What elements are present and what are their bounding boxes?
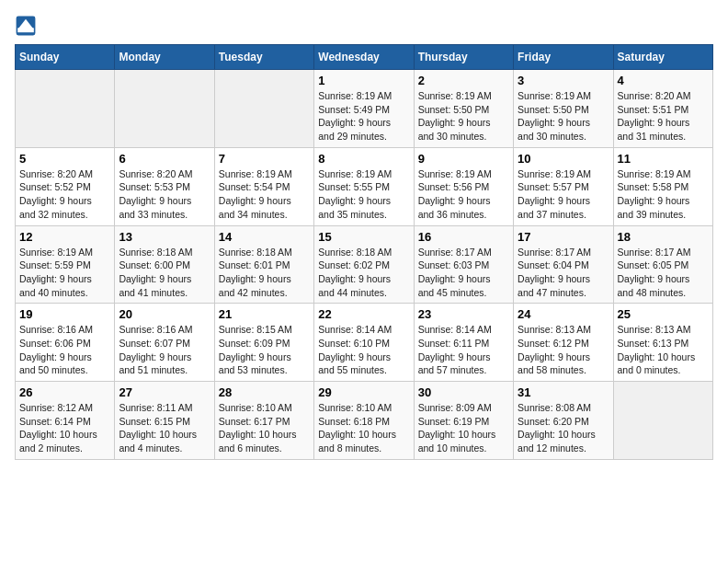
day-info: Sunrise: 8:13 AM Sunset: 6:13 PM Dayligh…	[618, 323, 709, 377]
calendar-cell: 28Sunrise: 8:10 AM Sunset: 6:17 PM Dayli…	[214, 382, 313, 460]
calendar-cell: 29Sunrise: 8:10 AM Sunset: 6:18 PM Dayli…	[314, 382, 414, 460]
header-monday: Monday	[115, 45, 214, 70]
day-number: 13	[119, 230, 210, 244]
calendar-cell: 10Sunrise: 8:19 AM Sunset: 5:57 PM Dayli…	[514, 147, 613, 225]
day-info: Sunrise: 8:09 AM Sunset: 6:19 PM Dayligh…	[418, 401, 509, 455]
day-number: 22	[318, 307, 409, 321]
day-info: Sunrise: 8:19 AM Sunset: 5:55 PM Dayligh…	[318, 167, 409, 222]
day-info: Sunrise: 8:19 AM Sunset: 5:50 PM Dayligh…	[518, 89, 609, 144]
day-number: 1	[318, 74, 409, 87]
calendar-table: SundayMondayTuesdayWednesdayThursdayFrid…	[15, 44, 713, 460]
day-info: Sunrise: 8:20 AM Sunset: 5:53 PM Dayligh…	[119, 167, 210, 222]
calendar-cell: 19Sunrise: 8:16 AM Sunset: 6:06 PM Dayli…	[16, 304, 115, 382]
calendar-cell: 4Sunrise: 8:20 AM Sunset: 5:51 PM Daylig…	[613, 70, 712, 148]
day-info: Sunrise: 8:11 AM Sunset: 6:15 PM Dayligh…	[119, 401, 210, 455]
day-info: Sunrise: 8:19 AM Sunset: 5:56 PM Dayligh…	[418, 167, 509, 222]
day-info: Sunrise: 8:19 AM Sunset: 5:57 PM Dayligh…	[518, 167, 609, 222]
day-number: 29	[318, 385, 409, 399]
day-info: Sunrise: 8:08 AM Sunset: 6:20 PM Dayligh…	[518, 401, 609, 455]
logo	[15, 15, 40, 37]
day-number: 9	[418, 152, 509, 166]
header-saturday: Saturday	[613, 45, 712, 70]
calendar-cell: 24Sunrise: 8:13 AM Sunset: 6:12 PM Dayli…	[514, 304, 613, 382]
day-info: Sunrise: 8:19 AM Sunset: 5:58 PM Dayligh…	[618, 167, 709, 222]
day-number: 10	[518, 152, 609, 166]
day-number: 30	[418, 385, 509, 399]
day-number: 20	[119, 307, 210, 321]
calendar-body: 1Sunrise: 8:19 AM Sunset: 5:49 PM Daylig…	[16, 70, 713, 460]
calendar-cell: 12Sunrise: 8:19 AM Sunset: 5:59 PM Dayli…	[16, 225, 115, 304]
logo-icon	[15, 15, 37, 37]
day-number: 2	[418, 74, 509, 87]
calendar-cell	[613, 382, 712, 460]
day-info: Sunrise: 8:17 AM Sunset: 6:03 PM Dayligh…	[418, 246, 509, 300]
day-info: Sunrise: 8:17 AM Sunset: 6:04 PM Dayligh…	[518, 246, 609, 300]
day-info: Sunrise: 8:14 AM Sunset: 6:10 PM Dayligh…	[318, 323, 409, 377]
day-number: 8	[318, 152, 409, 166]
calendar-cell: 25Sunrise: 8:13 AM Sunset: 6:13 PM Dayli…	[613, 304, 712, 382]
calendar-cell: 22Sunrise: 8:14 AM Sunset: 6:10 PM Dayli…	[314, 304, 414, 382]
day-number: 12	[19, 230, 110, 244]
day-number: 27	[119, 385, 210, 399]
day-number: 23	[418, 307, 509, 321]
calendar-cell: 13Sunrise: 8:18 AM Sunset: 6:00 PM Dayli…	[115, 225, 214, 304]
day-number: 28	[219, 385, 310, 399]
day-number: 18	[618, 230, 709, 244]
calendar-cell: 11Sunrise: 8:19 AM Sunset: 5:58 PM Dayli…	[613, 147, 712, 225]
calendar-cell: 18Sunrise: 8:17 AM Sunset: 6:05 PM Dayli…	[613, 225, 712, 304]
day-info: Sunrise: 8:19 AM Sunset: 5:49 PM Dayligh…	[318, 89, 409, 144]
day-info: Sunrise: 8:15 AM Sunset: 6:09 PM Dayligh…	[219, 323, 310, 377]
day-number: 3	[518, 74, 609, 87]
day-number: 14	[219, 230, 310, 244]
day-number: 24	[518, 307, 609, 321]
day-info: Sunrise: 8:16 AM Sunset: 6:07 PM Dayligh…	[119, 323, 210, 377]
header-sunday: Sunday	[16, 45, 115, 70]
calendar-cell: 26Sunrise: 8:12 AM Sunset: 6:14 PM Dayli…	[16, 382, 115, 460]
header-row: SundayMondayTuesdayWednesdayThursdayFrid…	[16, 45, 713, 70]
day-info: Sunrise: 8:20 AM Sunset: 5:52 PM Dayligh…	[19, 167, 110, 222]
day-info: Sunrise: 8:12 AM Sunset: 6:14 PM Dayligh…	[19, 401, 110, 455]
header-wednesday: Wednesday	[314, 45, 414, 70]
day-info: Sunrise: 8:16 AM Sunset: 6:06 PM Dayligh…	[19, 323, 110, 377]
week-row-3: 12Sunrise: 8:19 AM Sunset: 5:59 PM Dayli…	[16, 225, 713, 304]
calendar-cell: 27Sunrise: 8:11 AM Sunset: 6:15 PM Dayli…	[115, 382, 214, 460]
day-number: 7	[219, 152, 310, 166]
header-friday: Friday	[514, 45, 613, 70]
calendar-cell: 16Sunrise: 8:17 AM Sunset: 6:03 PM Dayli…	[414, 225, 513, 304]
calendar-cell	[16, 70, 115, 148]
day-number: 21	[219, 307, 310, 321]
calendar-cell: 31Sunrise: 8:08 AM Sunset: 6:20 PM Dayli…	[514, 382, 613, 460]
week-row-4: 19Sunrise: 8:16 AM Sunset: 6:06 PM Dayli…	[16, 304, 713, 382]
calendar-cell: 17Sunrise: 8:17 AM Sunset: 6:04 PM Dayli…	[514, 225, 613, 304]
day-number: 15	[318, 230, 409, 244]
day-info: Sunrise: 8:19 AM Sunset: 5:50 PM Dayligh…	[418, 89, 509, 144]
calendar-cell: 9Sunrise: 8:19 AM Sunset: 5:56 PM Daylig…	[414, 147, 513, 225]
calendar-cell: 14Sunrise: 8:18 AM Sunset: 6:01 PM Dayli…	[214, 225, 313, 304]
week-row-1: 1Sunrise: 8:19 AM Sunset: 5:49 PM Daylig…	[16, 70, 713, 148]
day-number: 4	[618, 74, 709, 87]
week-row-2: 5Sunrise: 8:20 AM Sunset: 5:52 PM Daylig…	[16, 147, 713, 225]
calendar-cell: 15Sunrise: 8:18 AM Sunset: 6:02 PM Dayli…	[314, 225, 414, 304]
day-info: Sunrise: 8:18 AM Sunset: 6:00 PM Dayligh…	[119, 246, 210, 300]
day-info: Sunrise: 8:10 AM Sunset: 6:17 PM Dayligh…	[219, 401, 310, 455]
header-thursday: Thursday	[414, 45, 513, 70]
svg-rect-2	[17, 28, 34, 32]
week-row-5: 26Sunrise: 8:12 AM Sunset: 6:14 PM Dayli…	[16, 382, 713, 460]
calendar-cell	[115, 70, 214, 148]
calendar-cell: 2Sunrise: 8:19 AM Sunset: 5:50 PM Daylig…	[414, 70, 513, 148]
page-header	[15, 15, 713, 37]
day-info: Sunrise: 8:17 AM Sunset: 6:05 PM Dayligh…	[618, 246, 709, 300]
day-number: 19	[19, 307, 110, 321]
calendar-cell: 7Sunrise: 8:19 AM Sunset: 5:54 PM Daylig…	[214, 147, 313, 225]
header-tuesday: Tuesday	[214, 45, 313, 70]
day-info: Sunrise: 8:19 AM Sunset: 5:59 PM Dayligh…	[19, 246, 110, 300]
calendar-cell: 21Sunrise: 8:15 AM Sunset: 6:09 PM Dayli…	[214, 304, 313, 382]
day-info: Sunrise: 8:10 AM Sunset: 6:18 PM Dayligh…	[318, 401, 409, 455]
calendar-cell: 1Sunrise: 8:19 AM Sunset: 5:49 PM Daylig…	[314, 70, 414, 148]
day-info: Sunrise: 8:18 AM Sunset: 6:01 PM Dayligh…	[219, 246, 310, 300]
day-info: Sunrise: 8:19 AM Sunset: 5:54 PM Dayligh…	[219, 167, 310, 222]
day-number: 16	[418, 230, 509, 244]
calendar-cell: 5Sunrise: 8:20 AM Sunset: 5:52 PM Daylig…	[16, 147, 115, 225]
calendar-cell: 20Sunrise: 8:16 AM Sunset: 6:07 PM Dayli…	[115, 304, 214, 382]
day-number: 26	[19, 385, 110, 399]
